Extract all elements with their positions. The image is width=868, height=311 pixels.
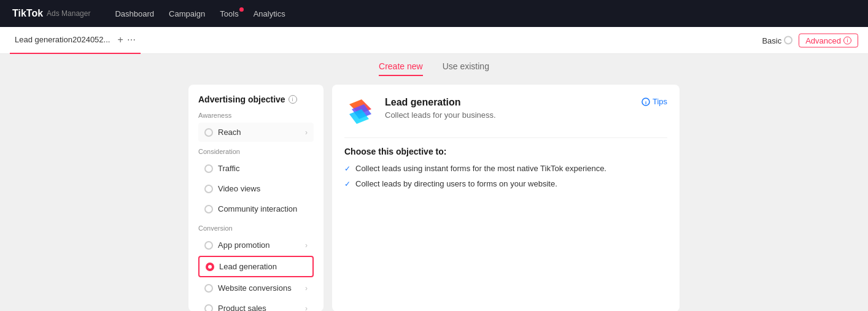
main-area: Create new Use existing Advertising obje… <box>0 54 868 311</box>
nav-item-analytics[interactable]: Analytics <box>254 9 285 18</box>
advanced-label: Advanced <box>805 36 841 45</box>
chevron-product-sales: › <box>305 304 308 312</box>
mode-tabs: Create new Use existing <box>379 61 489 76</box>
group-awareness: Awareness Reach › <box>198 112 314 142</box>
tools-badge <box>239 7 244 12</box>
tab-create-new[interactable]: Create new <box>379 61 423 76</box>
benefit-item-1: ✓ Collect leads using instant forms for … <box>344 164 667 173</box>
radio-traffic <box>204 164 213 173</box>
radio-website-conversions <box>204 284 213 293</box>
detail-title: Lead generation <box>385 97 633 108</box>
group-label-consideration: Consideration <box>198 148 314 155</box>
detail-divider <box>344 137 667 138</box>
detail-subtitle: Collect leads for your business. <box>385 110 633 120</box>
tab-item-active[interactable]: Lead generation2024052... + ⋯ <box>10 27 141 54</box>
view-toggle: Basic Advanced i <box>762 33 858 47</box>
obj-item-product-sales[interactable]: Product sales › <box>198 299 314 311</box>
radio-lead-generation <box>206 263 214 271</box>
radio-video-views <box>204 185 213 193</box>
brand-ads: Ads Manager <box>47 9 90 18</box>
tab-label: Lead generation2024052... <box>15 35 110 44</box>
obj-label-community: Community interaction <box>218 204 297 213</box>
advanced-info-icon: i <box>843 36 851 44</box>
obj-item-website-conversions[interactable]: Website conversions › <box>198 278 314 298</box>
nav-items: Dashboard Campaign Tools Analytics <box>115 9 285 18</box>
checkmark-1: ✓ <box>344 164 351 173</box>
tips-label: Tips <box>653 97 667 106</box>
obj-label-traffic: Traffic <box>218 164 239 173</box>
nav-item-campaign[interactable]: Campaign <box>169 9 205 18</box>
tab-more-icon[interactable]: ⋯ <box>127 35 136 45</box>
card-row: Advertising objective i Awareness Reach … <box>188 85 680 311</box>
obj-label-product-sales: Product sales <box>218 304 266 311</box>
group-consideration: Consideration Traffic Video views <box>198 148 314 218</box>
detail-panel: Lead generation Collect leads for your b… <box>332 85 680 311</box>
radio-reach <box>204 128 213 137</box>
detail-header: Lead generation Collect leads for your b… <box>344 97 667 129</box>
tab-use-existing[interactable]: Use existing <box>443 61 489 76</box>
obj-label-website-conversions: Website conversions <box>218 283 292 293</box>
topnav: TikTok Ads Manager Dashboard Campaign To… <box>0 0 868 27</box>
obj-item-app-promotion[interactable]: App promotion › <box>198 236 314 255</box>
obj-label-lead-generation: Lead generation <box>219 262 277 271</box>
detail-title-group: Lead generation Collect leads for your b… <box>385 97 633 120</box>
tips-icon: i <box>641 98 650 106</box>
obj-item-lead-generation[interactable]: Lead generation <box>198 256 314 277</box>
choose-title: Choose this objective to: <box>344 147 667 156</box>
nav-item-dashboard[interactable]: Dashboard <box>115 9 154 18</box>
panel-info-icon[interactable]: i <box>289 95 297 104</box>
chevron-reach: › <box>305 128 308 137</box>
tab-add-icon[interactable]: + <box>117 34 123 45</box>
obj-label-app-promotion: App promotion <box>218 240 270 250</box>
panel-title: Advertising objective <box>198 94 285 104</box>
group-conversion: Conversion App promotion › Lead generati… <box>198 225 314 311</box>
panel-title-row: Advertising objective i <box>198 94 314 104</box>
detail-icon <box>344 97 376 129</box>
obj-item-video-views[interactable]: Video views <box>198 179 314 198</box>
brand: TikTok Ads Manager <box>12 8 90 19</box>
radio-community <box>204 205 213 213</box>
benefit-item-2: ✓ Collect leads by directing users to fo… <box>344 179 667 188</box>
basic-radio <box>784 36 792 45</box>
advanced-toggle[interactable]: Advanced i <box>799 33 858 47</box>
obj-item-reach[interactable]: Reach › <box>198 123 314 142</box>
chevron-website-conversions: › <box>305 284 308 293</box>
basic-toggle[interactable]: Basic <box>762 36 792 45</box>
tips-button[interactable]: i Tips <box>641 97 667 106</box>
obj-item-community[interactable]: Community interaction <box>198 199 314 218</box>
radio-product-sales <box>204 304 213 312</box>
group-label-conversion: Conversion <box>198 225 314 232</box>
benefit-text-2: Collect leads by directing users to form… <box>355 179 557 188</box>
chevron-app-promotion: › <box>305 241 308 250</box>
benefit-text-1: Collect leads using instant forms for th… <box>355 164 606 173</box>
checkmark-2: ✓ <box>344 180 351 188</box>
brand-tiktok: TikTok <box>12 8 43 19</box>
obj-label-reach: Reach <box>218 128 241 137</box>
basic-label: Basic <box>762 36 781 45</box>
tabbar: Lead generation2024052... + ⋯ Basic Adva… <box>0 27 868 54</box>
svg-text:i: i <box>645 100 646 106</box>
group-label-awareness: Awareness <box>198 112 314 119</box>
objective-panel: Advertising objective i Awareness Reach … <box>188 85 324 311</box>
obj-item-traffic[interactable]: Traffic <box>198 159 314 178</box>
nav-item-tools[interactable]: Tools <box>220 9 238 18</box>
obj-label-video-views: Video views <box>218 184 260 193</box>
radio-app-promotion <box>204 241 213 250</box>
